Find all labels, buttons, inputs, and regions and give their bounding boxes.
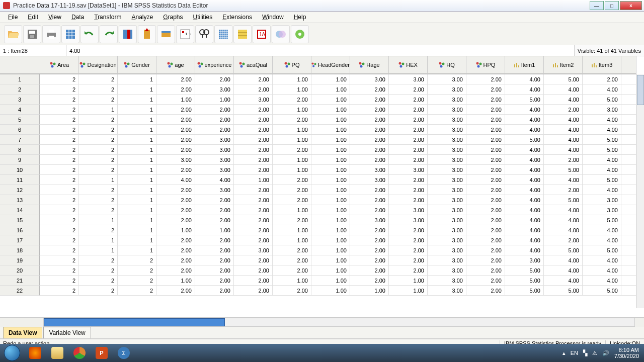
data-cell[interactable]: 1 [118,165,156,175]
data-cell[interactable]: 2 [40,165,79,175]
data-cell[interactable]: 3.00 [350,165,389,175]
data-cell[interactable]: 5.00 [583,145,621,155]
data-cell[interactable]: 3.00 [389,205,428,215]
data-cell[interactable]: 2 [40,74,79,84]
data-cell[interactable]: 2 [79,276,118,286]
data-cell[interactable]: 4.00 [583,265,621,276]
data-cell[interactable]: 4.00 [505,205,544,215]
column-header-acaqual[interactable]: acaQual [234,56,273,74]
data-cell[interactable]: 2.00 [273,115,311,125]
data-cell[interactable]: 2.00 [234,215,273,225]
data-cell[interactable]: 2.00 [195,255,234,265]
row-header[interactable]: 20 [0,265,40,276]
data-cell[interactable]: 2 [40,115,79,125]
data-cell[interactable]: 1.00 [234,175,273,185]
data-cell[interactable]: 5.00 [505,286,544,296]
data-cell[interactable]: 2.00 [195,205,234,215]
data-cell[interactable]: 2.00 [234,155,273,165]
toolbar-valuelabels-button[interactable] [272,25,290,43]
data-cell[interactable]: 1 [118,235,156,245]
data-cell[interactable]: 2.00 [466,115,505,125]
data-cell[interactable]: 4.00 [544,95,583,105]
data-cell[interactable]: 1 [118,105,156,115]
row-header[interactable]: 1 [0,74,40,84]
data-cell[interactable]: 2.00 [389,125,428,135]
data-cell[interactable]: 2 [79,225,118,235]
row-header[interactable]: 21 [0,276,40,286]
menu-graphs[interactable]: Graphs [158,12,188,22]
data-cell[interactable]: 1.00 [195,95,234,105]
cell-value-box[interactable]: 4.00 [66,45,574,56]
menu-utilities[interactable]: Utilities [188,12,218,22]
data-cell[interactable]: 4.00 [583,125,621,135]
data-cell[interactable]: 2.00 [195,74,234,84]
data-cell[interactable]: 2.00 [389,84,428,95]
data-cell[interactable]: 2.00 [234,145,273,155]
row-header[interactable]: 17 [0,235,40,245]
toolbar-print-button[interactable] [42,25,60,43]
data-cell[interactable]: 2.00 [466,145,505,155]
data-cell[interactable]: 1 [118,225,156,235]
data-cell[interactable]: 2.00 [273,215,311,225]
data-cell[interactable]: 3.00 [350,175,389,185]
data-cell[interactable]: 4.00 [505,105,544,115]
data-cell[interactable]: 4.00 [505,235,544,245]
data-cell[interactable]: 2.00 [156,205,195,215]
tab-data-view[interactable]: Data View [3,327,42,338]
data-cell[interactable]: 4.00 [505,185,544,195]
data-cell[interactable]: 2.00 [389,195,428,205]
row-header[interactable]: 10 [0,165,40,175]
data-cell[interactable]: 1.00 [311,155,350,165]
row-header[interactable]: 3 [0,95,40,105]
data-cell[interactable]: 2.00 [156,195,195,205]
data-cell[interactable]: 2.00 [156,286,195,296]
data-cell[interactable]: 1.00 [156,95,195,105]
data-cell[interactable]: 4.00 [544,215,583,225]
data-cell[interactable]: 4.00 [505,195,544,205]
data-cell[interactable]: 4.00 [544,265,583,276]
tray-sound-icon[interactable]: 🔊 [602,350,609,356]
toolbar-undo-button[interactable] [80,25,99,43]
data-cell[interactable]: 3.00 [350,74,389,84]
data-cell[interactable]: 1.00 [311,84,350,95]
toolbar-data-button[interactable] [61,25,79,43]
menu-window[interactable]: Window [257,12,289,22]
row-header[interactable]: 16 [0,225,40,235]
data-cell[interactable]: 4.00 [505,125,544,135]
data-cell[interactable]: 2.00 [389,145,428,155]
grid-corner[interactable] [0,56,40,74]
data-cell[interactable]: 3.00 [389,215,428,225]
horizontal-scrollbar[interactable] [43,318,635,327]
tray-language[interactable]: EN [571,350,578,356]
data-cell[interactable]: 3.00 [428,155,466,165]
data-cell[interactable]: 2 [40,215,79,225]
data-cell[interactable]: 1 [118,195,156,205]
data-cell[interactable]: 2 [118,286,156,296]
data-cell[interactable]: 2 [40,175,79,185]
data-cell[interactable]: 3.00 [428,135,466,145]
data-cell[interactable]: 2 [40,155,79,165]
column-header-hpq[interactable]: HPQ [466,56,505,74]
data-cell[interactable]: 4.00 [505,175,544,185]
data-cell[interactable]: 2.00 [156,135,195,145]
data-cell[interactable]: 2 [118,276,156,286]
data-cell[interactable]: 2 [79,286,118,296]
data-cell[interactable]: 1 [118,135,156,145]
data-cell[interactable]: 3.00 [428,245,466,255]
data-cell[interactable]: 2.00 [350,235,389,245]
toolbar-save-button[interactable] [23,25,41,43]
row-header[interactable]: 22 [0,286,40,296]
data-cell[interactable]: 4.00 [505,215,544,225]
data-cell[interactable]: 3.00 [428,286,466,296]
data-cell[interactable]: 2.00 [466,255,505,265]
data-cell[interactable]: 2.00 [156,215,195,225]
data-cell[interactable]: 1 [118,74,156,84]
data-cell[interactable]: 2.00 [195,115,234,125]
menu-analyze[interactable]: Analyze [126,12,158,22]
data-cell[interactable]: 1 [79,245,118,255]
toolbar-open-button[interactable] [4,25,22,43]
tab-variable-view[interactable]: Variable View [43,327,91,338]
taskbar[interactable]: P Σ ▴ EN ▚ ⚠ 🔊 8:10 AM 7/30/2020 [0,344,644,362]
data-cell[interactable]: 3.00 [350,215,389,225]
data-cell[interactable]: 2.00 [466,205,505,215]
